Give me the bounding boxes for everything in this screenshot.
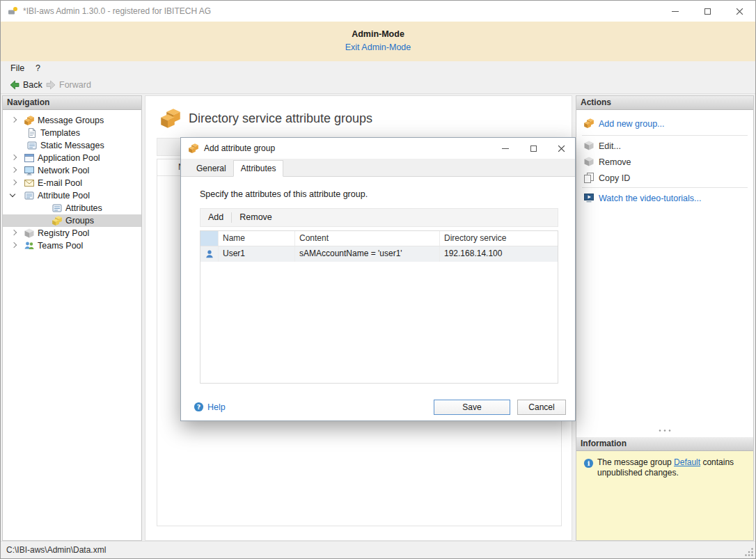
add-group-icon	[583, 118, 594, 129]
expand-chevron-icon[interactable]	[11, 167, 17, 173]
dialog-minimize-button[interactable]	[491, 138, 519, 159]
dialog-toolbar: Add Remove	[200, 208, 558, 227]
close-icon	[558, 145, 565, 152]
expand-chevron-icon[interactable]	[11, 230, 17, 235]
edit-icon	[583, 140, 594, 151]
cell-directory-service: 192.168.14.100	[440, 246, 558, 262]
nav-item-templates[interactable]: Templates	[3, 127, 141, 139]
save-button[interactable]: Save	[434, 400, 510, 415]
menu-bar: File ?	[1, 61, 755, 76]
nav-item-label: Attributes	[65, 202, 102, 214]
nav-item-label: Templates	[40, 127, 80, 139]
nav-item-teams-pool[interactable]: Teams Pool	[3, 239, 141, 252]
copy-icon	[583, 172, 594, 183]
expand-chevron-icon[interactable]	[11, 242, 17, 248]
default-group-link[interactable]: Default	[674, 457, 700, 467]
minimize-button[interactable]	[659, 1, 691, 22]
information-panel: The message group Default contains unpub…	[576, 451, 753, 540]
close-button[interactable]	[723, 1, 755, 22]
nav-item-label: Network Pool	[38, 164, 89, 177]
add-attribute-group-dialog: Add attribute group General Attributes S…	[180, 137, 576, 421]
nav-item-network-pool[interactable]: Network Pool	[3, 164, 141, 177]
dialog-tabstrip: General Attributes	[181, 159, 575, 177]
tab-general[interactable]: General	[189, 161, 233, 176]
action-remove[interactable]: Remove	[576, 155, 753, 169]
nav-item-registry-pool[interactable]: Registry Pool	[3, 227, 141, 239]
icon-column-header	[200, 231, 219, 246]
dialog-title: Add attribute group	[204, 138, 275, 159]
minimize-icon	[672, 11, 679, 12]
back-button[interactable]: Back	[6, 78, 45, 92]
data-file-path: C:\IBI-aws\Admin\Data.xml	[6, 542, 106, 558]
collapse-chevron-icon[interactable]	[10, 191, 15, 197]
info-text-before: The message group	[597, 457, 674, 467]
help-label: Help	[207, 402, 226, 412]
remove-icon	[583, 156, 594, 167]
menu-help[interactable]: ?	[31, 61, 45, 76]
action-label: Remove	[599, 155, 631, 169]
attribute-groups-icon	[159, 107, 182, 129]
action-edit[interactable]: Edit...	[576, 139, 753, 153]
forward-button[interactable]: Forward	[42, 78, 94, 92]
nav-item-label: Registry Pool	[38, 227, 89, 239]
nav-item-label: Message Groups	[38, 114, 104, 127]
window-title: *IBI-aws Admin 1.30.0 - registered for I…	[23, 1, 211, 22]
nav-item-label: Application Pool	[38, 152, 100, 164]
nav-item-label: Groups	[65, 214, 94, 227]
nav-item-application-pool[interactable]: Application Pool	[3, 152, 141, 164]
column-header-content[interactable]: Content	[295, 231, 440, 246]
expand-chevron-icon[interactable]	[11, 155, 17, 160]
add-attribute-button[interactable]: Add	[200, 209, 231, 226]
nav-item-label: Teams Pool	[38, 239, 83, 252]
column-header-directory-service[interactable]: Directory service	[440, 231, 558, 246]
table-row[interactable]: User1 sAMAccountName = 'user1' 192.168.1…	[200, 246, 558, 262]
action-watch-tutorials[interactable]: Watch the video-tutorials...	[576, 191, 753, 205]
app-icon	[7, 6, 18, 17]
resize-grip-icon[interactable]	[745, 548, 754, 557]
templates-icon	[26, 127, 38, 139]
nav-item-static-messages[interactable]: Static Messages	[3, 139, 141, 152]
registry-pool-icon	[24, 228, 35, 239]
forward-arrow-icon	[45, 79, 56, 90]
expand-chevron-icon[interactable]	[11, 117, 17, 123]
separator	[582, 187, 748, 188]
dialog-close-button[interactable]	[547, 138, 575, 159]
nav-item-message-groups[interactable]: Message Groups	[3, 114, 141, 127]
cell-content: sAMAccountName = 'user1'	[295, 246, 440, 262]
nav-item-email-pool[interactable]: E-mail Pool	[3, 177, 141, 189]
message-groups-icon	[24, 115, 35, 126]
page-title: Directory service attribute groups	[189, 111, 372, 126]
nav-item-attribute-pool[interactable]: Attribute Pool	[3, 189, 141, 202]
action-label: Edit...	[599, 139, 621, 153]
expand-chevron-icon[interactable]	[11, 180, 17, 185]
nav-item-groups-selected[interactable]: Groups	[3, 214, 141, 227]
column-header-name[interactable]: Name	[219, 231, 295, 246]
app-window: *IBI-aws Admin 1.30.0 - registered for I…	[0, 0, 756, 559]
admin-mode-title: Admin-Mode	[1, 22, 755, 39]
exit-admin-mode-link[interactable]: Exit Admin-Mode	[345, 42, 411, 52]
application-pool-icon	[24, 152, 35, 164]
cancel-button[interactable]: Cancel	[517, 400, 566, 415]
video-icon	[583, 192, 594, 203]
navigation-header: Navigation	[3, 96, 141, 110]
dialog-title-bar[interactable]: Add attribute group	[181, 138, 575, 159]
back-arrow-icon	[9, 79, 20, 90]
title-bar[interactable]: *IBI-aws Admin 1.30.0 - registered for I…	[1, 1, 755, 22]
attribute-pool-icon	[24, 190, 35, 201]
menu-file[interactable]: File	[6, 61, 29, 76]
static-messages-icon	[26, 140, 38, 151]
groups-icon	[52, 215, 63, 226]
action-add-new-group[interactable]: Add new group...	[576, 117, 753, 131]
row-icon-cell	[200, 246, 219, 262]
teams-pool-icon	[24, 240, 35, 251]
tab-attributes[interactable]: Attributes	[233, 160, 284, 177]
help-link[interactable]: Help	[194, 402, 226, 412]
splitter-grip[interactable]	[658, 429, 672, 432]
dialog-maximize-button[interactable]	[519, 138, 547, 159]
actions-panel: Actions Add new group... Edit... Remove …	[576, 95, 754, 541]
maximize-button[interactable]	[691, 1, 723, 22]
forward-label: Forward	[59, 80, 91, 90]
action-copy-id[interactable]: Copy ID	[576, 171, 753, 185]
remove-attribute-button[interactable]: Remove	[232, 209, 280, 226]
nav-item-attributes[interactable]: Attributes	[3, 202, 141, 214]
